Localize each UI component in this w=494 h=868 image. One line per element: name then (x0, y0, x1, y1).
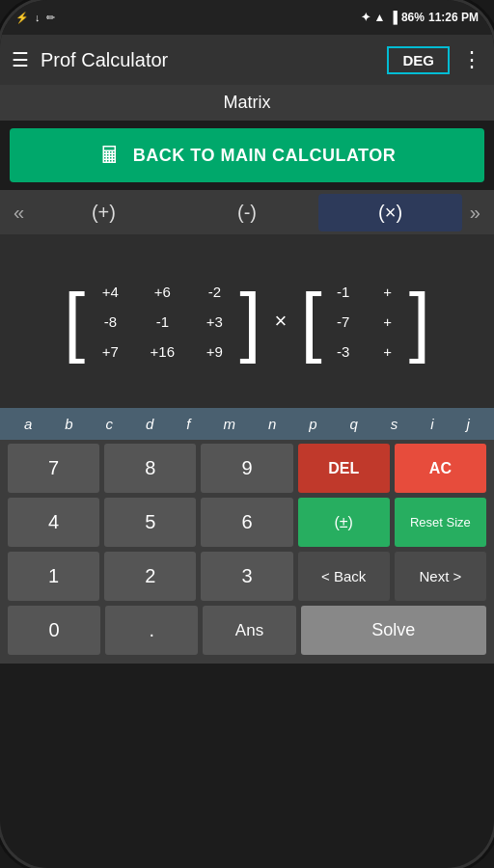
edit-icon: ✏ (46, 12, 55, 24)
var-f[interactable]: f (182, 414, 194, 434)
cell-1-2[interactable]: +3 (189, 308, 239, 336)
status-bar: ⚡ ↓ ✏ ✦ ▲ ▐ 86% 11:26 PM (0, 0, 494, 35)
bluetooth-icon: ✦ (361, 11, 370, 24)
wifi-icon: ▲ (374, 11, 386, 24)
matrix-right-cells: -1 + -7 + -3 + (322, 274, 409, 369)
cell-1-0[interactable]: -8 (85, 308, 135, 336)
var-a[interactable]: a (20, 414, 36, 434)
back-button-label: BACK TO MAIN CALCULATOR (133, 146, 396, 166)
matrix-left: [ +4 +6 -2 -8 -1 +3 +7 +16 +9 ] (64, 274, 261, 369)
cell-0-2[interactable]: -2 (189, 278, 239, 306)
var-p[interactable]: p (305, 414, 320, 434)
op-multiply[interactable]: (×) (318, 194, 462, 231)
key-5[interactable]: 5 (104, 498, 196, 547)
keypad: 7 8 9 DEL AC 4 5 6 (±) Reset Size 1 2 3 … (0, 440, 494, 664)
cell-0-1[interactable]: +6 (137, 278, 187, 306)
variable-row: a b c d f m n p q s i j (0, 408, 494, 440)
signal-icon: ▐ (389, 11, 398, 24)
var-c[interactable]: c (102, 414, 118, 434)
key-9[interactable]: 9 (201, 444, 292, 493)
left-bracket-open: [ (64, 274, 85, 369)
keypad-row-3: 1 2 3 < Back Next > (8, 552, 486, 601)
menu-icon[interactable]: ☰ (12, 48, 29, 71)
key-4[interactable]: 4 (8, 498, 99, 547)
rcell-0-1[interactable]: + (367, 278, 409, 306)
rcell-0-0[interactable]: -1 (322, 278, 365, 306)
usb-icon: ⚡ (15, 12, 29, 24)
var-q[interactable]: q (345, 414, 361, 434)
cell-2-0[interactable]: +7 (85, 338, 135, 366)
cell-2-2[interactable]: +9 (189, 338, 239, 366)
ans-button[interactable]: Ans (203, 606, 295, 655)
solve-button[interactable]: Solve (301, 606, 486, 655)
key-0[interactable]: 0 (8, 606, 100, 655)
op-add[interactable]: (+) (32, 194, 176, 231)
operation-bar: « (+) (-) (×) » (0, 190, 494, 234)
del-button[interactable]: DEL (298, 444, 390, 493)
var-d[interactable]: d (142, 414, 157, 434)
deg-button[interactable]: DEG (387, 46, 450, 74)
var-b[interactable]: b (61, 414, 76, 434)
matrix-display: [ +4 +6 -2 -8 -1 +3 +7 +16 +9 ] × [ -1 +… (0, 234, 494, 408)
calculator-icon: 🖩 (98, 142, 122, 169)
app-title: Prof Calculator (41, 49, 375, 71)
var-m[interactable]: m (219, 414, 239, 434)
page-title: Matrix (0, 85, 494, 121)
rcell-2-0[interactable]: -3 (322, 338, 365, 366)
status-icons-left: ⚡ ↓ ✏ (15, 12, 55, 24)
cell-1-1[interactable]: -1 (137, 308, 187, 336)
keypad-row-1: 7 8 9 DEL AC (8, 444, 486, 493)
right-bracket-close: ] (409, 274, 430, 369)
key-3[interactable]: 3 (201, 552, 292, 601)
more-icon[interactable]: ⋮ (461, 47, 482, 72)
matrix-right: [ -1 + -7 + -3 + ] (300, 274, 429, 369)
op-subtract[interactable]: (-) (176, 194, 319, 231)
rcell-2-1[interactable]: + (367, 338, 409, 366)
var-j[interactable]: j (463, 414, 474, 434)
status-icons-right: ✦ ▲ ▐ 86% 11:26 PM (361, 11, 479, 24)
download-icon: ↓ (35, 12, 41, 23)
phone-frame: ⚡ ↓ ✏ ✦ ▲ ▐ 86% 11:26 PM ☰ Prof Calculat… (0, 0, 494, 868)
cell-0-0[interactable]: +4 (85, 278, 135, 306)
back-to-calculator-button[interactable]: 🖩 BACK TO MAIN CALCULATOR (10, 128, 484, 182)
cell-2-1[interactable]: +16 (137, 338, 187, 366)
key-7[interactable]: 7 (8, 444, 99, 493)
key-dot[interactable]: . (105, 606, 198, 655)
multiply-operator: × (269, 309, 293, 334)
time-display: 11:26 PM (428, 11, 479, 24)
prev-op-arrow[interactable]: « (6, 202, 32, 224)
next-nav-button[interactable]: Next > (395, 552, 486, 601)
key-8[interactable]: 8 (104, 444, 196, 493)
var-n[interactable]: n (264, 414, 280, 434)
keypad-row-2: 4 5 6 (±) Reset Size (8, 498, 486, 547)
toolbar: ☰ Prof Calculator DEG ⋮ (0, 35, 494, 85)
reset-size-button[interactable]: Reset Size (395, 498, 486, 547)
rcell-1-0[interactable]: -7 (322, 308, 365, 336)
keypad-row-4: 0 . Ans Solve (8, 606, 486, 655)
battery-text: 86% (401, 11, 425, 24)
key-2[interactable]: 2 (104, 552, 196, 601)
key-6[interactable]: 6 (201, 498, 292, 547)
var-s[interactable]: s (387, 414, 402, 434)
left-bracket-close: ] (239, 274, 261, 369)
matrix-left-cells: +4 +6 -2 -8 -1 +3 +7 +16 +9 (85, 274, 239, 369)
rcell-1-1[interactable]: + (367, 308, 409, 336)
var-i[interactable]: i (426, 414, 437, 434)
back-nav-button[interactable]: < Back (298, 552, 390, 601)
sign-button[interactable]: (±) (298, 498, 390, 547)
next-op-arrow[interactable]: » (462, 202, 488, 224)
ac-button[interactable]: AC (395, 444, 486, 493)
right-bracket-open: [ (300, 274, 321, 369)
key-1[interactable]: 1 (8, 552, 99, 601)
